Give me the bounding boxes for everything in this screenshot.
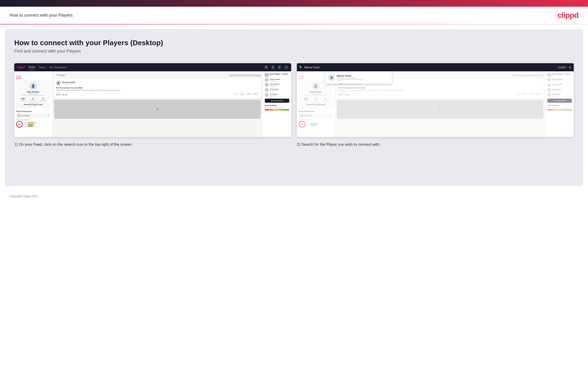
tag-ott-2: OTT [515, 93, 521, 95]
app-left-panel-1: Feed 👤 Blair McHarg Golf Coach Mill Ride… [14, 71, 52, 137]
tag-arg-2: ARG [528, 93, 534, 95]
player-list-info-3-2: Eli Vincent Activities: 1 [552, 93, 560, 97]
feed-tab-1[interactable]: Feed [16, 75, 21, 78]
stat-activities-num-1: 129 [20, 97, 26, 100]
player-list-acts-3-2: Activities: 1 [552, 95, 560, 97]
following-row-1: Following ▾ Control who can see your act… [54, 73, 261, 77]
stat-followers-label-1: Followers [30, 100, 36, 101]
quality-row-1: Total Player Quality 84 OTT 79 APP 70 AR… [16, 119, 50, 128]
tag-putt-1[interactable]: PUTT [252, 93, 259, 95]
quality-row-2: Total Player Quality 84 OTT 79 APP 70 [299, 119, 333, 128]
nav-teams-1[interactable]: Teams [39, 65, 46, 70]
player-list-acts-1-1: Activities: 4 [270, 85, 279, 87]
tag-app-2: APP [522, 93, 527, 95]
quality-score-big-1: 84 OTT 79 APP 70 ARG 64 [16, 121, 50, 128]
header: How to connect with your Players clippd [0, 7, 588, 24]
activity-meta-1: Yesterday · The Grove [62, 83, 77, 85]
settings-icon-nav-1[interactable]: ⚙ [277, 65, 282, 69]
player-list-name-3-1: Eli Vincent [270, 93, 278, 95]
nav-icons-1: 🔍 👤 ⚙ ◯ [264, 65, 288, 69]
player-list-name-1-2: Piers Parnell [552, 83, 562, 85]
profile-avatar-1: 👤 [29, 82, 37, 90]
following-btn-1[interactable]: Following ▾ [54, 73, 68, 77]
profile-club-1: Mill Ride Golf Club, United Kingdom [18, 95, 48, 96]
player-list-avatar-0-1 [265, 78, 269, 82]
player-list-item-1-1: Piers Parnell Activities: 4 [265, 83, 289, 87]
app-right-panel-1: Most Active Players - Last 30 days Richa… [263, 71, 291, 137]
tag-pills-1: OTT APP ARG PUTT [233, 93, 259, 95]
search-input[interactable] [304, 66, 555, 69]
activity-dur-row-1: Duration 02 hr : 00 min OTT APP ARG PUTT [56, 92, 259, 96]
activity-title-1: Pre Tournament Course Walk [56, 87, 259, 89]
tag-ott-1[interactable]: OTT [233, 93, 238, 95]
stat-following-1: 4 Following [40, 97, 46, 101]
player-select-row-1[interactable]: Eli Vincent ▾ [16, 113, 50, 118]
team-dashboard-btn-1[interactable]: Team Dashboard [265, 99, 289, 103]
player-list-avatar-2-1 [265, 88, 269, 92]
page-title: How to connect with your Players [9, 13, 73, 18]
stat-following-num-2: 4 [323, 97, 329, 100]
activity-duration-2: Duration 02 hr : 00 min [339, 92, 350, 96]
player-list-info-1-1: Piers Parnell Activities: 4 [270, 83, 279, 87]
player-list-avatar-3-2 [547, 93, 551, 97]
profile-avatar-2: 👤 [312, 82, 320, 90]
tag-arg-1[interactable]: ARG [246, 93, 252, 95]
search-clear-btn[interactable]: CLEAR [557, 66, 567, 69]
team-heatmap-1: Team Heatmap Player Quality · 20 Round T… [265, 105, 289, 112]
search-result-meta1-1: Yesterday · 1-5 Handicap [337, 77, 364, 79]
heatmap-bar-2 [547, 109, 572, 110]
screenshot-block-2: clippd Home Teams My Performance 🔍 👤 ⚙ ◯… [297, 63, 574, 148]
stat-activities-num-2: 129 [303, 97, 308, 100]
activity-user-row-1: 👤 Richard Butler Yesterday · The Grove [56, 81, 259, 85]
stat-activities-1: 129 Activities [20, 97, 26, 101]
search-icon-nav-1[interactable]: 🔍 [264, 65, 268, 69]
activity-desc-1: Walking the course with my coach to buil… [56, 89, 259, 91]
activity-dur-row-2: Duration 02 hr : 00 min OTT APP ARG PUTT [339, 92, 542, 96]
search-icon-overlay: 🔍 [299, 66, 303, 69]
player-list-info-3-1: Eli Vincent Activities: 1 [270, 93, 278, 97]
player-list-name-1-1: Piers Parnell [270, 83, 279, 85]
tag-app-1[interactable]: APP [239, 93, 245, 95]
player-list-name-0-1: Richard Butler [270, 78, 280, 80]
tag-putt-2: PUTT [535, 93, 542, 95]
header-divider [0, 24, 588, 25]
search-result-name-1: Marcus Turner [337, 75, 364, 77]
control-link-2: Control who can see your activity and da… [512, 74, 543, 76]
nav-logo-1: clippd [17, 66, 25, 69]
player-perf-title-1: Player Performance [16, 110, 50, 112]
profile-club-2: Mill Ride Golf Club, United Kingdom [301, 95, 331, 96]
activity-title-2: Pre Tournament Course Walk [339, 87, 542, 89]
player-list-item-3-1: Eli Vincent Activities: 1 [265, 93, 289, 97]
heatmap-labels-2: -5 +5 [547, 111, 572, 112]
player-list-item-0-2: Richard Butler Activities: 7 [547, 78, 572, 82]
player-list-info-0-2: Richard Butler Activities: 7 [552, 78, 563, 82]
user-icon-nav-1[interactable]: 👤 [271, 65, 275, 69]
screenshot-block-1: clippd Home Teams My Performance 🔍 👤 ⚙ ◯… [14, 63, 291, 148]
player-list-info-0-1: Richard Butler Activities: 7 [270, 78, 280, 82]
team-heatmap-2: Team Heatmap Player Quality · 20 Round T… [547, 105, 572, 112]
activity-desc-2: Walking the course with my coach to buil… [339, 89, 542, 91]
top-bar [0, 0, 588, 7]
player-list-acts-0-1: Activities: 7 [270, 80, 280, 82]
most-active-title-1: Most Active Players - Last 30 days [265, 73, 289, 77]
score-circle-1: 84 [16, 121, 23, 128]
player-list-item-2-1: Hiral Pujara Activities: 3 [265, 88, 289, 92]
player-select-arrow-2: ▾ [331, 115, 332, 117]
player-select-name-2: Eli Vincent [304, 115, 330, 117]
player-list-item-2-2: Hiral Pujara Activities: 3 [547, 88, 572, 92]
player-list-item-3-2: Eli Vincent Activities: 1 [547, 93, 572, 97]
avatar-icon-nav-1[interactable]: ◯ [284, 65, 288, 69]
latest-activity-date-1: 27 Jul 2022 [18, 105, 48, 107]
nav-myperformance-1[interactable]: My Performance [49, 65, 67, 70]
search-close-btn[interactable]: ✕ [569, 65, 571, 69]
player-select-row-2: Eli Vincent ▾ [299, 113, 333, 118]
nav-home-1[interactable]: Home [28, 65, 35, 70]
player-select-avatar-2 [300, 114, 303, 117]
quality-score-big-2: 84 OTT 79 APP 70 [299, 121, 333, 128]
control-link-1[interactable]: Control who can see your activity and da… [229, 74, 261, 76]
player-list-avatar-1-2 [547, 83, 551, 87]
player-list-acts-1-2: Activities: 4 [552, 85, 562, 87]
stat-following-label-2: Following [323, 100, 329, 101]
heatmap-sub-2: Player Quality · 20 Round Trend [547, 107, 572, 108]
search-result-item-1[interactable]: 👤 Marcus Turner Yesterday · 1-5 Handicap… [325, 73, 392, 82]
